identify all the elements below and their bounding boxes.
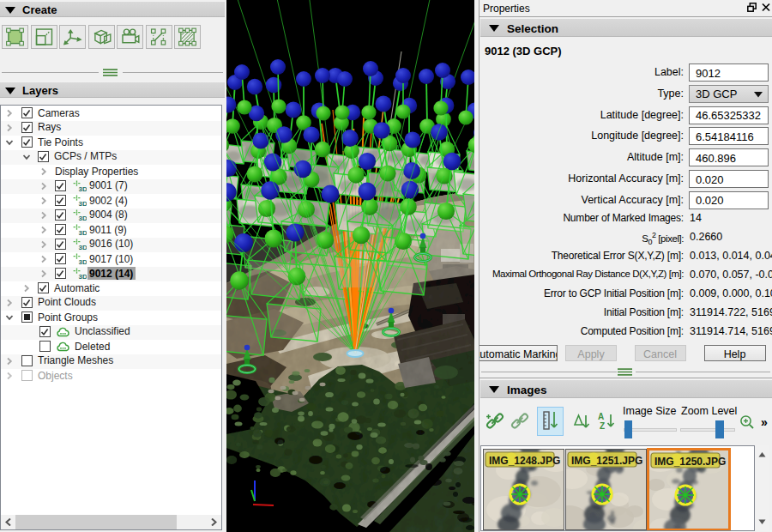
svg-text:3D: 3D bbox=[79, 229, 87, 236]
svg-text:IMG_1251.JPG: IMG_1251.JPG bbox=[571, 454, 642, 466]
svg-text:IMG_1248.JPG: IMG_1248.JPG bbox=[489, 454, 560, 466]
svg-text:3D: 3D bbox=[79, 200, 87, 207]
svg-text:IMG_1250.JPG: IMG_1250.JPG bbox=[654, 455, 726, 467]
svg-text:3D: 3D bbox=[79, 185, 87, 192]
svg-text:3D: 3D bbox=[79, 244, 87, 251]
svg-text:3D: 3D bbox=[79, 273, 87, 280]
svg-text:Z: Z bbox=[600, 421, 605, 431]
svg-text:A: A bbox=[598, 412, 604, 421]
svg-text:3D: 3D bbox=[79, 258, 87, 265]
svg-text:3D: 3D bbox=[79, 215, 87, 221]
